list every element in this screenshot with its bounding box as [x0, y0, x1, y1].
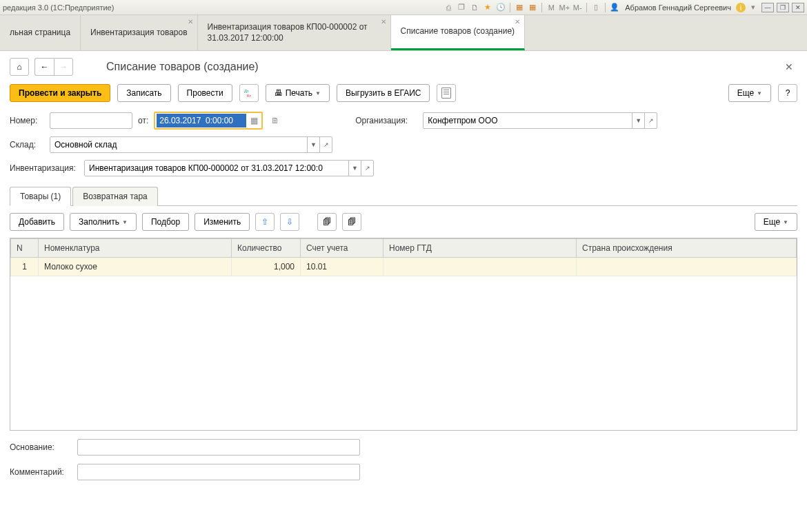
print-icon[interactable]: ⎙: [443, 2, 454, 13]
close-icon[interactable]: ✕: [381, 18, 386, 25]
move-down-button[interactable]: ⇩: [280, 213, 299, 231]
paste-rows-icon[interactable]: 🗐: [342, 213, 361, 231]
cell-country[interactable]: [577, 258, 797, 276]
dropdown-icon[interactable]: ▾: [748, 2, 759, 13]
dropdown-icon[interactable]: ▼: [632, 113, 644, 128]
col-n[interactable]: N: [11, 239, 39, 258]
calendar-icon[interactable]: ▦: [527, 2, 538, 13]
cell-qty[interactable]: 1,000: [232, 258, 301, 276]
cell-account[interactable]: 10.01: [301, 258, 383, 276]
move-up-button[interactable]: ⇧: [255, 213, 275, 231]
egais-button[interactable]: Выгрузить в ЕГАИС: [337, 84, 430, 102]
favorite-icon[interactable]: ★: [482, 2, 493, 13]
inventory-label: Инвентаризация:: [10, 163, 79, 173]
grid-more-button[interactable]: Еще ▼: [755, 213, 797, 231]
caret-down-icon: ▼: [315, 90, 321, 96]
home-button[interactable]: ⌂: [10, 58, 29, 76]
warehouse-input[interactable]: [50, 137, 307, 152]
comment-input[interactable]: [77, 464, 360, 480]
content-area: ⌂ ← → Списание товаров (создание) ✕ Пров…: [0, 51, 807, 487]
date-label: от:: [138, 116, 148, 125]
col-gtd[interactable]: Номер ГТД: [383, 239, 577, 258]
tab-inventory[interactable]: Инвентаризация товаров ✕: [81, 15, 197, 50]
org-label: Организация:: [355, 116, 417, 125]
tab-writeoff[interactable]: Списание товаров (создание) ✕: [391, 15, 525, 50]
calendar-picker-icon[interactable]: ▦: [248, 114, 260, 127]
calculator-icon[interactable]: ▦: [514, 2, 525, 13]
number-input[interactable]: [50, 112, 132, 129]
m-plus-button[interactable]: M+: [559, 2, 570, 13]
m-button[interactable]: M: [546, 2, 557, 13]
titlebar-icons: ⎙ ❐ 🗋 ★ 🕓 ▦ ▦ M M+ M- ▯ 👤 Абрамов Геннад…: [443, 2, 804, 13]
m-minus-button[interactable]: M-: [572, 2, 583, 13]
dt-kt-icon[interactable]: ДтКт: [239, 84, 259, 102]
date-input[interactable]: [157, 114, 246, 127]
open-icon[interactable]: ↗: [319, 137, 332, 152]
info-icon[interactable]: i: [736, 3, 746, 12]
close-icon[interactable]: ✕: [515, 18, 520, 25]
open-icon[interactable]: ↗: [361, 161, 373, 176]
org-input[interactable]: [424, 113, 632, 128]
fill-button[interactable]: Заполнить ▼: [70, 213, 137, 231]
col-account[interactable]: Счет учета: [301, 239, 383, 258]
open-icon[interactable]: ↗: [644, 113, 657, 128]
copy-icon[interactable]: ❐: [456, 2, 467, 13]
minimize-button[interactable]: —: [761, 3, 774, 12]
post-button[interactable]: Провести: [178, 84, 232, 102]
table-row[interactable]: 1 Молоко сухое 1,000 10.01: [11, 258, 797, 276]
inventory-combo[interactable]: ▼ ↗: [84, 160, 374, 176]
comment-label: Комментарий:: [10, 467, 72, 477]
col-qty[interactable]: Количество: [232, 239, 301, 258]
caret-down-icon: ▼: [122, 219, 128, 225]
subtabs: Товары (1) Возвратная тара: [10, 186, 797, 206]
col-country[interactable]: Страна происхождения: [577, 239, 797, 258]
cell-item[interactable]: Молоко сухое: [39, 258, 232, 276]
cell-n[interactable]: 1: [11, 258, 39, 276]
write-button[interactable]: Записать: [117, 84, 170, 102]
tab-containers[interactable]: Возвратная тара: [72, 187, 158, 206]
user-icon: 👤: [609, 2, 620, 13]
app-title: редакция 3.0 (1С:Предприятие): [3, 3, 443, 12]
close-page-button[interactable]: ✕: [781, 61, 797, 72]
tab-goods[interactable]: Товары (1): [10, 187, 71, 206]
doc-icon[interactable]: 🗋: [469, 2, 480, 13]
add-button[interactable]: Добавить: [10, 213, 64, 231]
post-and-close-button[interactable]: Провести и закрыть: [10, 84, 110, 102]
inventory-input[interactable]: [85, 161, 348, 176]
forward-button[interactable]: →: [54, 58, 73, 76]
user-name[interactable]: Абрамов Геннадий Сергеевич: [622, 3, 734, 12]
tab-main-page[interactable]: льная страница: [0, 15, 81, 50]
close-window-button[interactable]: ✕: [792, 3, 804, 12]
date-field-wrapper: ▦: [154, 112, 263, 130]
maximize-button[interactable]: ❐: [777, 3, 789, 12]
caret-down-icon: ▼: [783, 219, 788, 225]
edit-button[interactable]: Изменить: [195, 213, 250, 231]
svg-text:Дт: Дт: [244, 89, 249, 93]
copy-rows-icon[interactable]: 🗐: [317, 213, 337, 231]
page-title: Списание товаров (создание): [106, 61, 259, 73]
cell-gtd[interactable]: [383, 258, 577, 276]
more-button[interactable]: Еще ▼: [728, 84, 771, 102]
document-link-icon[interactable]: 🗎: [268, 114, 282, 127]
tab-inventory-doc[interactable]: Инвентаризация товаров КП00-000002 от 31…: [198, 15, 391, 50]
grid-toolbar: Добавить Заполнить ▼ Подбор Изменить ⇧ ⇩…: [10, 206, 797, 238]
dropdown-icon[interactable]: ▼: [307, 137, 319, 152]
dropdown-icon[interactable]: ▼: [348, 161, 361, 176]
org-combo[interactable]: ▼ ↗: [423, 112, 657, 129]
help-button[interactable]: ?: [778, 84, 797, 102]
main-toolbar: Провести и закрыть Записать Провести ДтК…: [10, 84, 797, 102]
select-button[interactable]: Подбор: [142, 213, 189, 231]
basis-label: Основание:: [10, 442, 72, 452]
basis-input[interactable]: [77, 439, 360, 456]
goods-grid[interactable]: N Номенклатура Количество Счет учета Ном…: [10, 238, 797, 431]
warehouse-label: Склад:: [10, 140, 44, 150]
back-button[interactable]: ←: [34, 58, 54, 76]
history-icon[interactable]: 🕓: [495, 2, 506, 13]
app-tabs: льная страница Инвентаризация товаров ✕ …: [0, 15, 807, 51]
layout-icon[interactable]: ▯: [590, 2, 601, 13]
print-button[interactable]: 🖶 Печать ▼: [266, 84, 330, 102]
close-icon[interactable]: ✕: [188, 18, 193, 25]
report-icon[interactable]: [437, 84, 456, 102]
col-item[interactable]: Номенклатура: [39, 239, 232, 258]
warehouse-combo[interactable]: ▼ ↗: [50, 136, 332, 153]
